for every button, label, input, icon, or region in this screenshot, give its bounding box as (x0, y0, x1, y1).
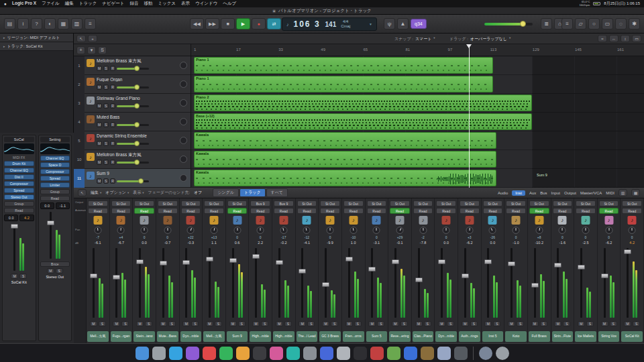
record-enable-button[interactable]: R (110, 122, 115, 127)
mute-button[interactable]: M (299, 321, 306, 326)
menu-item-10[interactable]: ウインドウ (195, 1, 217, 7)
channel-name-label[interactable]: String Vox (598, 331, 620, 342)
output-button[interactable]: St Out (506, 200, 526, 206)
plugin-slot[interactable]: Spread (4, 188, 34, 193)
mute-button[interactable]: M (206, 321, 213, 326)
channel-name-label[interactable]: Sum 9 (227, 331, 248, 342)
instrument-icon[interactable]: ♪ (117, 216, 125, 225)
dock-app-1[interactable] (136, 347, 149, 360)
fader-cap[interactable] (508, 261, 515, 266)
instrument-icon[interactable]: ♪ (279, 216, 288, 225)
output-button[interactable]: St Out (529, 200, 549, 206)
eq-thumbnail[interactable] (4, 143, 34, 154)
mixer-tab-midi[interactable]: MIDI (606, 191, 614, 195)
dock-app-6[interactable] (219, 347, 233, 360)
track-pan-knob[interactable] (180, 80, 187, 88)
mixer-tab-audio[interactable]: Audio (498, 191, 508, 195)
dock-app-2[interactable] (152, 347, 166, 360)
filter-single-button[interactable]: シングル (213, 188, 239, 197)
channel-name-label[interactable]: Mell...方風 (87, 331, 109, 342)
output-button[interactable]: Bus 9 (274, 200, 294, 206)
pan-knob[interactable] (164, 227, 171, 234)
automation-mode-button[interactable]: Read (274, 208, 294, 214)
track-volume-knob[interactable] (134, 66, 140, 71)
instrument-icon[interactable]: ♪ (465, 216, 474, 225)
automation-mode-button[interactable]: Read (204, 208, 224, 214)
solo-button[interactable]: S (400, 321, 408, 326)
dock-app-19[interactable] (437, 347, 451, 360)
mute-button[interactable]: M (484, 321, 492, 326)
automation-mode-button[interactable]: Read (158, 208, 178, 214)
instrument-icon[interactable]: ♪ (442, 216, 451, 225)
channel-name-label[interactable]: Inst 5 (482, 331, 504, 342)
instrument-icon[interactable]: ♪ (535, 216, 543, 225)
note-pads-icon[interactable]: ▱ (575, 18, 586, 29)
mute-button[interactable]: M (97, 160, 102, 165)
solo-button[interactable]: S (470, 321, 478, 326)
automation-mode-button[interactable]: Read (413, 208, 433, 214)
fader-cap[interactable] (322, 282, 329, 287)
fader-cap[interactable] (484, 259, 492, 264)
instrument-icon[interactable]: ♪ (372, 216, 381, 225)
apple-loops-icon[interactable]: ○ (588, 18, 600, 29)
fader-slot[interactable] (301, 248, 303, 318)
region-inspector-header[interactable]: ▸ リージョン: MIDI デフォルト (0, 34, 73, 42)
output-button[interactable]: St Out (483, 200, 503, 206)
pan-knob[interactable] (117, 227, 125, 234)
instrument-icon[interactable]: ♪ (303, 216, 311, 225)
solo-button[interactable]: S (586, 321, 594, 326)
automation-mode-button[interactable]: Read (622, 208, 642, 214)
fader-slot[interactable] (185, 248, 187, 318)
menu-item-11[interactable]: ヘルプ (223, 1, 236, 7)
pan-knob[interactable] (605, 227, 612, 234)
pan-knob[interactable] (233, 227, 241, 234)
fader-slot[interactable] (162, 248, 164, 318)
lists-icon[interactable]: ≡ (85, 18, 96, 29)
instrument-icon[interactable]: ♪ (349, 216, 358, 225)
solo-button[interactable]: S (103, 66, 109, 71)
fader-slot[interactable] (464, 248, 466, 318)
fader-cap[interactable] (47, 221, 54, 225)
filter-all-button[interactable]: すべて (266, 188, 288, 197)
menu-item-4[interactable]: トラック (79, 1, 97, 7)
track-volume-knob[interactable] (134, 141, 140, 146)
fader-slot[interactable] (627, 248, 629, 318)
solo-button[interactable]: S (103, 141, 109, 146)
automation-mode-button[interactable]: Read (483, 208, 503, 214)
solo-button[interactable]: S (633, 321, 640, 326)
track-header-11[interactable]: 11♪Sum 9MSR (74, 169, 191, 188)
menu-item-1[interactable]: Logic Pro X (12, 1, 36, 7)
automation-mode-button[interactable]: Read (343, 208, 364, 214)
dock-app-9[interactable] (270, 347, 283, 360)
fader-slot[interactable] (511, 248, 513, 318)
disclosure-triangle-icon[interactable]: ▸ (3, 44, 5, 48)
solo-button[interactable]: S (145, 321, 152, 326)
track-pan-knob[interactable] (180, 62, 187, 69)
mixer-tab-master-vca[interactable]: Master/VCA (580, 191, 602, 195)
mute-button[interactable]: M (97, 66, 102, 71)
fader-cap[interactable] (113, 275, 120, 280)
instrument-icon[interactable]: ♪ (186, 216, 195, 225)
track-header-4[interactable]: 4♪Muted BassMSR (74, 113, 191, 131)
menu-item-7[interactable]: 移動 (144, 1, 152, 7)
mute-button[interactable]: M (113, 321, 120, 326)
automation-mode-button[interactable]: Read (506, 208, 526, 214)
instrument-icon[interactable]: ♪ (395, 216, 404, 225)
channel-name-label[interactable]: Dyn...mble (435, 331, 457, 342)
channel-name-label[interactable]: SoCal Kit (621, 331, 643, 342)
pan-knob[interactable] (466, 227, 473, 234)
menu-item-9[interactable]: 表示 (181, 1, 190, 7)
record-enable-button[interactable]: R (110, 66, 115, 71)
dock-app-11[interactable] (303, 347, 317, 360)
pan-knob[interactable] (303, 227, 311, 234)
horizontal-zoom-icon[interactable]: ↔ (609, 35, 619, 42)
track-header-1[interactable]: 1♪Mellotron Brass 東方風MSR (74, 56, 191, 75)
fader-slot[interactable] (418, 248, 420, 318)
output-button[interactable]: St Out (343, 200, 364, 206)
mute-button[interactable]: M (97, 84, 102, 90)
output-button[interactable]: St Out (204, 200, 224, 206)
plugin-slot[interactable]: Spread (40, 176, 70, 181)
fader-cap[interactable] (90, 274, 97, 278)
mixer-edit-menu[interactable]: 編集▾ (91, 190, 101, 196)
time-signature-key[interactable]: 4/4Cmaj (341, 19, 350, 29)
